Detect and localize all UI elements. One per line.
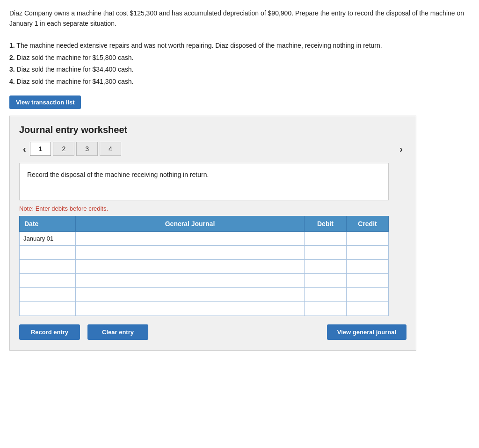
debit-input-4[interactable] <box>305 274 346 287</box>
journal-table: Date General Journal Debit Credit Januar… <box>19 216 389 316</box>
buttons-row: Record entry Clear entry View general jo… <box>19 324 406 340</box>
table-row <box>20 245 389 259</box>
date-cell-2 <box>20 245 76 259</box>
journal-cell-5[interactable] <box>76 287 305 301</box>
intro-paragraph: Diaz Company owns a machine that cost $1… <box>9 8 468 29</box>
situation-2-num: 2. <box>9 54 15 61</box>
debit-cell-4[interactable] <box>305 273 347 287</box>
credit-input-3[interactable] <box>347 260 388 273</box>
debit-cell-3[interactable] <box>305 259 347 273</box>
debit-cell-6[interactable] <box>305 301 347 316</box>
credit-cell-5[interactable] <box>347 287 389 301</box>
table-row <box>20 259 389 273</box>
tabs-row: ‹ 1 2 3 4 › <box>19 142 406 156</box>
situation-1: 1. The machine needed extensive repairs … <box>9 41 468 51</box>
debit-input-5[interactable] <box>305 288 346 301</box>
journal-input-2[interactable] <box>76 246 304 259</box>
journal-cell-4[interactable] <box>76 273 305 287</box>
credit-cell-3[interactable] <box>347 259 389 273</box>
credit-cell-2[interactable] <box>347 245 389 259</box>
worksheet-container: Journal entry worksheet ‹ 1 2 3 4 › Reco… <box>9 116 416 351</box>
situation-3: 3. Diaz sold the machine for $34,400 cas… <box>9 65 468 75</box>
tab-2[interactable]: 2 <box>53 142 74 156</box>
journal-input-4[interactable] <box>76 274 304 287</box>
worksheet-title: Journal entry worksheet <box>19 125 406 135</box>
journal-input-1[interactable] <box>76 232 304 245</box>
situation-2-text: Diaz sold the machine for $15,800 cash. <box>17 54 134 61</box>
situation-2: 2. Diaz sold the machine for $15,800 cas… <box>9 53 468 63</box>
table-row <box>20 273 389 287</box>
clear-entry-button[interactable]: Clear entry <box>87 324 148 340</box>
debit-cell-5[interactable] <box>305 287 347 301</box>
credit-cell-1[interactable] <box>347 231 389 245</box>
table-row: January 01 <box>20 231 389 245</box>
tab-next-arrow[interactable]: › <box>396 142 406 156</box>
debit-input-3[interactable] <box>305 260 346 273</box>
tab-prev-arrow[interactable]: ‹ <box>19 142 30 156</box>
header-debit: Debit <box>305 216 347 231</box>
table-row <box>20 301 389 316</box>
tab-3[interactable]: 3 <box>76 142 98 156</box>
credit-cell-6[interactable] <box>347 301 389 316</box>
date-cell-5 <box>20 287 76 301</box>
debit-input-1[interactable] <box>305 232 346 245</box>
situation-4: 4. Diaz sold the machine for $41,300 cas… <box>9 77 468 87</box>
debit-input-2[interactable] <box>305 246 346 259</box>
note-text: Note: Enter debits before credits. <box>19 205 406 212</box>
debit-cell-2[interactable] <box>305 245 347 259</box>
problem-text: Diaz Company owns a machine that cost $1… <box>9 8 468 87</box>
situation-3-num: 3. <box>9 66 15 73</box>
view-general-journal-button[interactable]: View general journal <box>327 324 406 340</box>
credit-input-2[interactable] <box>347 246 388 259</box>
journal-cell-3[interactable] <box>76 259 305 273</box>
tab-1[interactable]: 1 <box>30 142 51 156</box>
tab-4[interactable]: 4 <box>100 142 121 156</box>
journal-input-6[interactable] <box>76 302 304 316</box>
situation-4-num: 4. <box>9 78 15 85</box>
journal-cell-6[interactable] <box>76 301 305 316</box>
credit-input-5[interactable] <box>347 288 388 301</box>
credit-input-4[interactable] <box>347 274 388 287</box>
header-general-journal: General Journal <box>76 216 305 231</box>
date-cell-1: January 01 <box>20 231 76 245</box>
header-credit: Credit <box>347 216 389 231</box>
table-row <box>20 287 389 301</box>
journal-cell-1[interactable] <box>76 231 305 245</box>
situation-1-num: 1. <box>9 42 15 49</box>
date-cell-6 <box>20 301 76 316</box>
journal-input-5[interactable] <box>76 288 304 301</box>
instruction-text: Record the disposal of the machine recei… <box>27 171 209 178</box>
credit-input-1[interactable] <box>347 232 388 245</box>
record-entry-button[interactable]: Record entry <box>19 324 80 340</box>
credit-cell-4[interactable] <box>347 273 389 287</box>
view-transaction-button[interactable]: View transaction list <box>9 95 81 109</box>
situation-4-text: Diaz sold the machine for $41,300 cash. <box>17 78 134 85</box>
situation-3-text: Diaz sold the machine for $34,400 cash. <box>17 66 134 73</box>
situation-1-text: The machine needed extensive repairs and… <box>16 42 382 49</box>
credit-input-6[interactable] <box>347 302 388 316</box>
instruction-box: Record the disposal of the machine recei… <box>19 163 389 200</box>
journal-cell-2[interactable] <box>76 245 305 259</box>
debit-input-6[interactable] <box>305 302 346 316</box>
header-date: Date <box>20 216 76 231</box>
journal-input-3[interactable] <box>76 260 304 273</box>
date-cell-3 <box>20 259 76 273</box>
debit-cell-1[interactable] <box>305 231 347 245</box>
date-cell-4 <box>20 273 76 287</box>
